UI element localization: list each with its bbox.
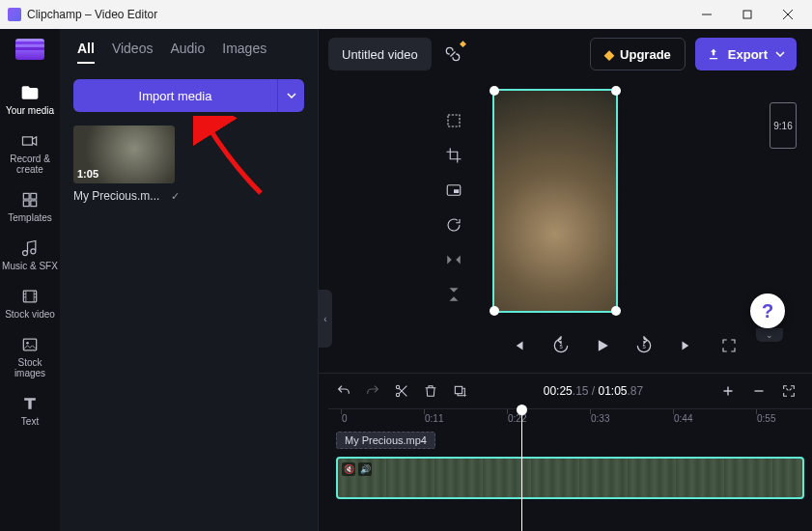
minimize-button[interactable] bbox=[686, 1, 727, 28]
sidebar-item-templates[interactable]: Templates bbox=[1, 184, 59, 229]
resize-handle-bl[interactable] bbox=[490, 306, 499, 316]
diamond-icon: ◆ bbox=[604, 47, 614, 62]
preview-image bbox=[494, 91, 616, 311]
sidebar-item-record[interactable]: Record & create bbox=[1, 126, 59, 181]
pip-tool[interactable] bbox=[442, 180, 465, 201]
redo-button[interactable] bbox=[365, 383, 380, 399]
panel-collapse-button[interactable]: ‹ bbox=[319, 290, 332, 348]
svg-point-6 bbox=[26, 342, 29, 345]
brand-logo[interactable] bbox=[15, 39, 44, 60]
svg-point-13 bbox=[396, 393, 399, 396]
svg-rect-9 bbox=[454, 189, 459, 193]
image-icon bbox=[20, 335, 40, 354]
zoom-fit-button[interactable] bbox=[781, 383, 797, 399]
project-title-button[interactable]: Untitled video bbox=[328, 38, 432, 70]
sidebar-item-stock-video[interactable]: Stock video bbox=[1, 281, 59, 325]
rewind-5-button[interactable]: 5 bbox=[550, 335, 572, 356]
zoom-out-button[interactable] bbox=[750, 382, 768, 400]
zoom-in-button[interactable] bbox=[719, 382, 737, 400]
tab-all[interactable]: All bbox=[77, 41, 95, 64]
svg-text:+: + bbox=[463, 392, 467, 398]
svg-text:5: 5 bbox=[642, 344, 645, 349]
undo-button[interactable] bbox=[336, 383, 351, 399]
tab-images[interactable]: Images bbox=[222, 41, 266, 64]
upgrade-button[interactable]: ◆ Upgrade bbox=[590, 38, 686, 70]
timeline-clip[interactable]: 🔇 🔊 bbox=[336, 457, 804, 499]
sidebar-item-your-media[interactable]: Your media bbox=[1, 77, 59, 122]
clip-label: My Precious.mp4 bbox=[336, 432, 435, 449]
skip-forward-button[interactable] bbox=[676, 335, 697, 356]
clip-mute-icon[interactable]: 🔇 bbox=[342, 462, 355, 476]
svg-text:5: 5 bbox=[559, 344, 562, 349]
sidebar: Your media Record & create Templates Mus… bbox=[0, 29, 60, 531]
svg-rect-14 bbox=[455, 386, 462, 393]
delete-button[interactable] bbox=[423, 383, 438, 399]
window-title: Clipchamp – Video Editor bbox=[27, 8, 157, 21]
play-button[interactable] bbox=[593, 336, 612, 355]
media-item[interactable]: 1:05 My Precious.m... ✓ bbox=[73, 126, 180, 203]
resize-handle-tl[interactable] bbox=[490, 86, 499, 96]
rotate-tool[interactable] bbox=[442, 214, 465, 236]
aspect-ratio-button[interactable]: 9:16 bbox=[770, 102, 797, 149]
resize-handle-br[interactable] bbox=[611, 306, 621, 316]
svg-rect-4 bbox=[23, 291, 36, 302]
sidebar-item-music[interactable]: Music & SFX bbox=[1, 233, 59, 277]
chevron-down-icon bbox=[287, 93, 296, 98]
playback-controls: 5 5 bbox=[319, 324, 812, 373]
import-media-button[interactable]: Import media bbox=[73, 79, 277, 112]
timeline-ruler[interactable]: 0 0:11 0:22 0:33 0:44 0:55 bbox=[328, 408, 812, 432]
music-icon bbox=[20, 238, 40, 258]
maximize-button[interactable] bbox=[727, 1, 768, 28]
fit-tool[interactable] bbox=[442, 110, 465, 131]
flip-h-tool[interactable] bbox=[442, 249, 465, 270]
text-icon bbox=[20, 394, 40, 413]
skip-back-button[interactable] bbox=[508, 335, 529, 356]
export-button[interactable]: Export bbox=[695, 38, 797, 70]
svg-rect-1 bbox=[743, 11, 751, 18]
import-media-dropdown[interactable] bbox=[277, 79, 304, 112]
sparkle-icon: ◆ bbox=[460, 39, 466, 48]
media-thumbnail[interactable]: 1:05 bbox=[73, 126, 175, 183]
titlebar: Clipchamp – Video Editor bbox=[0, 0, 812, 29]
folder-icon bbox=[20, 83, 40, 102]
svg-point-12 bbox=[396, 385, 399, 388]
chevron-down-icon bbox=[775, 51, 785, 57]
media-filename: My Precious.m... bbox=[73, 189, 167, 203]
timecode: 00:25.15 / 01:05.87 bbox=[483, 384, 704, 398]
playhead[interactable] bbox=[521, 409, 522, 531]
media-duration: 1:05 bbox=[77, 168, 98, 180]
media-panel: All Videos Audio Images Import media 1:0… bbox=[60, 29, 319, 531]
preview-expand-handle[interactable]: ⌄ bbox=[756, 328, 783, 342]
flip-v-tool[interactable] bbox=[442, 284, 465, 305]
sidebar-item-stock-images[interactable]: Stock images bbox=[1, 329, 59, 384]
svg-rect-5 bbox=[23, 339, 36, 350]
split-button[interactable] bbox=[394, 383, 409, 399]
preview-area: 9:16 bbox=[319, 79, 812, 324]
premium-icon-button[interactable]: ◆ bbox=[441, 42, 464, 66]
upload-icon bbox=[707, 47, 720, 61]
preview-frame[interactable] bbox=[492, 89, 618, 313]
topbar: Untitled video ◆ ◆ Upgrade Export bbox=[319, 29, 812, 79]
resize-handle-tr[interactable] bbox=[611, 86, 621, 96]
clip-volume-icon[interactable]: 🔊 bbox=[358, 462, 372, 476]
svg-rect-7 bbox=[448, 115, 460, 126]
app-logo-small bbox=[8, 8, 21, 21]
sidebar-item-text[interactable]: Text bbox=[1, 388, 59, 433]
check-icon: ✓ bbox=[171, 190, 180, 203]
crop-tool[interactable] bbox=[442, 145, 465, 166]
forward-5-button[interactable]: 5 bbox=[633, 335, 655, 356]
close-button[interactable] bbox=[768, 1, 808, 28]
duplicate-button[interactable]: + bbox=[452, 383, 467, 399]
templates-icon bbox=[20, 190, 40, 210]
timeline: + 00:25.15 / 01:05.87 0 0:11 0:22 0:33 0… bbox=[319, 373, 812, 531]
fullscreen-button[interactable] bbox=[718, 335, 740, 356]
filmstrip-icon bbox=[20, 287, 40, 306]
help-button[interactable]: ? bbox=[750, 293, 785, 328]
tab-audio[interactable]: Audio bbox=[170, 41, 205, 64]
tab-videos[interactable]: Videos bbox=[112, 41, 154, 64]
camera-icon bbox=[20, 131, 40, 151]
